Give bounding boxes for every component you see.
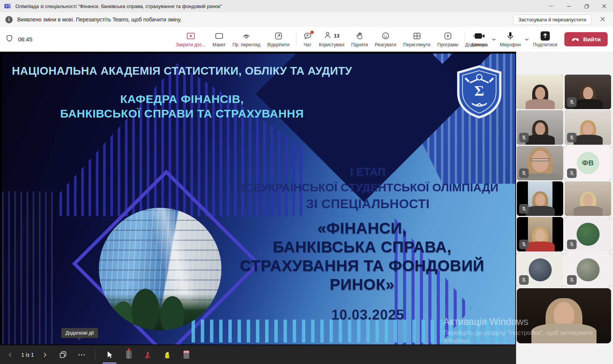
share-button[interactable]: Поділитися <box>529 27 561 52</box>
participant-tile[interactable] <box>565 181 611 216</box>
private-view-button[interactable]: Пр. перегляд <box>229 27 264 52</box>
microphone-button[interactable]: Мікрофон <box>497 27 524 52</box>
camera-button[interactable]: Камера <box>468 27 491 52</box>
raise-hand-button[interactable]: Підняти <box>348 27 372 52</box>
mic-muted-icon <box>567 275 577 285</box>
academy-building-photo <box>99 208 221 330</box>
mic-muted-icon <box>519 168 529 178</box>
previous-slide-button[interactable] <box>7 351 14 358</box>
slide-grid-button[interactable] <box>59 351 67 359</box>
participant-tile[interactable]: ФВ <box>565 146 611 180</box>
cursor-tool[interactable] <box>104 348 115 361</box>
initials-avatar: ФВ <box>577 152 599 174</box>
tooltip: Додаткові дії <box>61 328 98 338</box>
camera-chevron-icon[interactable] <box>491 36 497 43</box>
participant-tile[interactable] <box>517 110 563 145</box>
participant-person <box>573 120 603 145</box>
leave-label: Вийти <box>583 36 601 42</box>
teams-logo-icon: T <box>4 2 11 10</box>
slide-olympiad-stage: І ЕТАП ВСЕУКРАЇНСЬКОЇ СТУДЕНТСЬКОЇ ОЛІМП… <box>228 166 508 211</box>
participant-person <box>525 120 556 145</box>
chat-notification-badge <box>310 31 314 34</box>
microphone-chevron-icon[interactable] <box>524 36 529 43</box>
view-button[interactable]: Переглянути <box>400 27 434 52</box>
share-icon <box>540 31 550 41</box>
more-slide-actions-button[interactable] <box>77 351 86 359</box>
mic-muted-icon <box>567 97 577 107</box>
close-content-icon <box>186 31 195 41</box>
participant-tile[interactable] <box>517 146 563 180</box>
highlighter-tool[interactable] <box>161 348 173 361</box>
react-smiley-icon <box>381 31 390 41</box>
slide-academy-title: НАЦІОНАЛЬНА АКАДЕМІЯ СТАТИСТИКИ, ОБЛІКУ … <box>7 64 357 77</box>
academy-logo: Σ <box>456 65 503 119</box>
participant-tile[interactable] <box>565 110 611 145</box>
apply-restart-button[interactable]: Застосувати й перезапустити <box>513 15 592 25</box>
participant-tile[interactable] <box>517 181 563 216</box>
svg-text:T: T <box>5 4 8 8</box>
participant-tile[interactable] <box>565 75 611 109</box>
slide-decor-bars-bottom <box>192 320 506 343</box>
chat-button[interactable]: Чат <box>300 27 316 52</box>
window-title: Олімпіада зі спеціальності "Фінанси, бан… <box>15 3 222 9</box>
shared-content-stage: Σ НАЦІОНАЛЬНА АКАДЕМІЯ СТАТИСТИКИ, ОБЛІК… <box>0 52 516 345</box>
slide-specialty-title: «ФІНАНСИ, БАНКІВСЬКА СПРАВА, СТРАХУВАННЯ… <box>216 219 508 294</box>
photo-avatar <box>577 258 600 281</box>
laser-pointer-tool[interactable] <box>123 348 134 361</box>
dismiss-notification-icon[interactable] <box>597 16 608 23</box>
participant-person <box>525 85 556 109</box>
participant-tile[interactable] <box>517 253 563 287</box>
participant-tile[interactable] <box>517 217 563 251</box>
slide-department-title: КАФЕДРА ФІНАНСІВ, БАНКІВСЬКОЇ СПРАВИ ТА … <box>2 92 362 121</box>
participants-icon <box>324 31 332 41</box>
minimize-button[interactable] <box>560 0 578 12</box>
leave-button[interactable]: Вийти <box>564 32 608 46</box>
mic-muted-icon <box>567 133 577 142</box>
slide-counter: 1 із 1 <box>20 352 35 358</box>
restore-button[interactable] <box>578 0 595 12</box>
close-window-button[interactable] <box>595 0 613 12</box>
layout-icon <box>215 31 224 41</box>
shield-icon <box>5 34 13 44</box>
presentation-slide: Σ НАЦІОНАЛЬНА АКАДЕМІЯ СТАТИСТИКИ, ОБЛІК… <box>2 54 515 344</box>
self-video-tile[interactable] <box>517 288 611 343</box>
participants-panel: ФВ <box>516 52 613 364</box>
preview-eye-icon <box>242 31 251 41</box>
meeting-toolbar: 06:45 Закрити дос... Макет Пр. перегляд <box>0 27 613 52</box>
raise-hand-icon <box>356 31 364 41</box>
info-icon: i <box>5 16 13 23</box>
unpin-button[interactable]: Відкріпити <box>264 27 293 52</box>
next-slide-button[interactable] <box>41 351 48 358</box>
slide-decor-bars-left <box>2 191 56 344</box>
eraser-tool[interactable] <box>180 348 192 361</box>
photo-avatar <box>577 223 600 246</box>
layout-button[interactable]: Макет <box>209 27 229 52</box>
window-menu-button[interactable] <box>543 0 560 12</box>
view-grid-icon <box>413 31 421 41</box>
participant-tile[interactable] <box>517 75 563 109</box>
notification-bar: i Виявлено зміни в мові. Перезапустіть T… <box>0 12 613 27</box>
apps-button[interactable]: Програми <box>434 27 462 52</box>
chat-icon <box>303 31 312 41</box>
participant-person <box>573 191 603 216</box>
mic-muted-icon <box>567 240 577 249</box>
mic-muted-icon <box>519 275 529 285</box>
participants-button[interactable]: 13 Користувачі <box>316 27 348 52</box>
notification-text: Виявлено зміни в мові. Перезапустіть Tea… <box>17 16 182 23</box>
participant-tile[interactable] <box>565 217 611 251</box>
red-pen-tool[interactable] <box>142 348 154 361</box>
mic-muted-icon <box>567 168 577 178</box>
participant-person <box>525 191 556 216</box>
close-content-button[interactable]: Закрити дос... <box>172 27 209 52</box>
mic-muted-icon <box>519 133 529 142</box>
meeting-timer: 06:45 <box>18 36 33 42</box>
svg-text:Σ: Σ <box>474 82 484 99</box>
participant-person <box>528 298 600 343</box>
participants-count: 13 <box>334 33 339 39</box>
slide-date: 10.03.2025 <box>228 307 508 323</box>
participant-tile[interactable] <box>565 253 611 287</box>
react-button[interactable]: Реагувати <box>371 27 400 52</box>
hang-up-icon <box>571 36 580 42</box>
photo-avatar <box>529 258 552 281</box>
camera-icon <box>474 31 485 41</box>
